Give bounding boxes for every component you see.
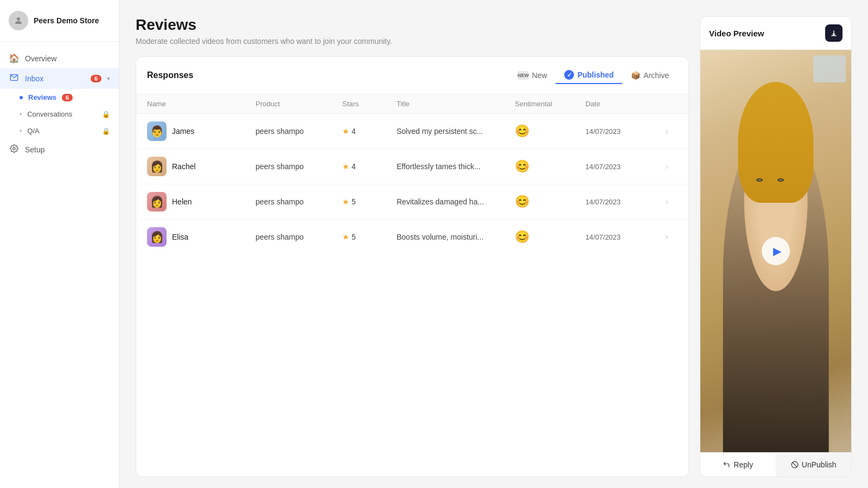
user-cell: 👩 Rachel <box>147 157 256 176</box>
unpublish-button[interactable]: UnPublish <box>776 453 852 477</box>
active-dot <box>20 96 23 99</box>
tab-archive[interactable]: 📦 Archive <box>622 68 678 83</box>
tab-new[interactable]: NEW New <box>509 68 556 83</box>
right-panel: Video Preview <box>700 16 852 477</box>
stars-james: ★ 4 <box>342 127 397 136</box>
archive-tab-icon: 📦 <box>631 71 640 80</box>
reply-label: Reply <box>733 460 753 469</box>
sidebar-item-reviews[interactable]: Reviews 6 <box>0 89 119 106</box>
video-actions: Reply UnPublish <box>700 452 851 477</box>
inbox-icon <box>9 73 20 84</box>
user-avatar-rachel: 👩 <box>147 157 167 176</box>
table-row[interactable]: 👩 Elisa peers shampo ★ 5 Boosts volume, … <box>136 220 688 254</box>
download-button[interactable] <box>825 24 843 42</box>
tab-group: NEW New ✓ Published 📦 Archive <box>509 67 678 84</box>
review-title-elisa: Boosts volume, moisturi... <box>397 233 515 241</box>
tab-new-label: New <box>532 71 547 80</box>
table-body: 👨 James peers shampo ★ 4 Solved my persi… <box>136 114 688 254</box>
review-title-helen: Revitalizes damaged ha... <box>397 197 515 206</box>
sentiment-elisa: 😊 <box>515 230 585 244</box>
responses-header: Responses NEW New ✓ Published 📦 Archive <box>136 57 688 94</box>
col-product: Product <box>256 100 342 108</box>
tab-published[interactable]: ✓ Published <box>556 67 622 84</box>
reply-button[interactable]: Reply <box>700 453 776 477</box>
play-button[interactable]: ▶ <box>762 237 790 265</box>
svg-point-2 <box>13 147 15 150</box>
sentiment-james: 😊 <box>515 124 585 138</box>
sidebar-item-conversations-label: Conversations <box>27 110 72 118</box>
sidebar-item-conversations[interactable]: • Conversations 🔒 <box>0 106 119 123</box>
svg-point-0 <box>17 17 20 21</box>
star-count-rachel: 4 <box>352 162 356 171</box>
sidebar: Peers Demo Store 🏠 Overview Inbox 6 ▾ Re… <box>0 0 119 488</box>
video-container: ▶ <box>700 50 851 452</box>
published-tab-icon: ✓ <box>564 70 574 80</box>
star-icon: ★ <box>342 162 349 171</box>
tab-published-label: Published <box>577 70 614 79</box>
stars-helen: ★ 5 <box>342 197 397 206</box>
review-title-james: Solved my persistent sc... <box>397 127 515 136</box>
chevron-right-icon[interactable]: › <box>656 126 678 136</box>
new-tab-icon: NEW <box>518 71 528 80</box>
date-elisa: 14/07/2023 <box>585 233 656 241</box>
table-row[interactable]: 👩 Rachel peers shampo ★ 4 Effortlessly t… <box>136 149 688 184</box>
home-icon: 🏠 <box>9 53 20 63</box>
star-icon: ★ <box>342 233 349 241</box>
setup-icon <box>9 144 20 155</box>
sentiment-rachel: 😊 <box>515 159 585 174</box>
star-count-elisa: 5 <box>352 233 356 241</box>
user-name-elisa: Elisa <box>172 233 188 241</box>
chevron-right-icon[interactable]: › <box>656 197 678 207</box>
inbox-badge: 6 <box>91 75 101 82</box>
product-elisa: peers shampo <box>256 233 342 241</box>
sidebar-item-setup[interactable]: Setup <box>0 139 119 160</box>
sidebar-item-inbox[interactable]: Inbox 6 ▾ <box>0 68 119 89</box>
product-helen: peers shampo <box>256 197 342 206</box>
star-icon: ★ <box>342 197 349 206</box>
star-count-helen: 5 <box>352 197 356 206</box>
responses-title: Responses <box>147 70 509 80</box>
video-preview-title: Video Preview <box>709 29 764 38</box>
review-title-rachel: Effortlessly tames thick... <box>397 162 515 171</box>
col-name: Name <box>147 100 256 108</box>
svg-line-4 <box>793 463 797 467</box>
user-name-helen: Helen <box>172 197 192 206</box>
sidebar-item-setup-label: Setup <box>25 145 110 154</box>
chevron-right-icon[interactable]: › <box>656 232 678 242</box>
user-cell: 👩 Elisa <box>147 227 256 247</box>
table-row[interactable]: 👨 James peers shampo ★ 4 Solved my persi… <box>136 114 688 149</box>
video-preview-card: Video Preview <box>700 16 852 477</box>
col-actions <box>656 100 678 108</box>
table-header: Name Product Stars Title Sentimental Dat… <box>136 94 688 114</box>
table-row[interactable]: 👩 Helen peers shampo ★ 5 Revitalizes dam… <box>136 184 688 220</box>
stars-rachel: ★ 4 <box>342 162 397 171</box>
stars-elisa: ★ 5 <box>342 233 397 241</box>
conversations-bullet: • <box>20 111 22 118</box>
col-sentimental: Sentimental <box>515 100 585 108</box>
main-content-area: Reviews Moderate collected videos from c… <box>119 0 868 488</box>
col-title: Title <box>397 100 515 108</box>
sidebar-item-qa-label: Q/A <box>27 127 39 135</box>
lock-icon-qa: 🔒 <box>102 127 110 135</box>
star-icon: ★ <box>342 127 349 136</box>
sidebar-nav: 🏠 Overview Inbox 6 ▾ Reviews 6 • Convers… <box>0 42 119 488</box>
lock-icon-conversations: 🔒 <box>102 111 110 118</box>
sentiment-helen: 😊 <box>515 195 585 209</box>
sidebar-item-inbox-label: Inbox <box>25 74 85 83</box>
sidebar-header[interactable]: Peers Demo Store <box>0 0 119 42</box>
chevron-right-icon[interactable]: › <box>656 162 678 171</box>
left-panel: Reviews Moderate collected videos from c… <box>136 16 689 477</box>
video-preview-header: Video Preview <box>700 17 851 50</box>
col-stars: Stars <box>342 100 397 108</box>
store-name: Peers Demo Store <box>34 16 99 25</box>
qa-bullet: • <box>20 127 22 135</box>
user-cell: 👨 James <box>147 121 256 141</box>
user-name-rachel: Rachel <box>172 162 196 171</box>
user-avatar <box>9 11 28 30</box>
date-rachel: 14/07/2023 <box>585 163 656 171</box>
sidebar-item-qa[interactable]: • Q/A 🔒 <box>0 123 119 139</box>
date-helen: 14/07/2023 <box>585 198 656 206</box>
unpublish-label: UnPublish <box>802 460 837 469</box>
user-avatar-james: 👨 <box>147 121 167 141</box>
sidebar-item-overview[interactable]: 🏠 Overview <box>0 48 119 68</box>
